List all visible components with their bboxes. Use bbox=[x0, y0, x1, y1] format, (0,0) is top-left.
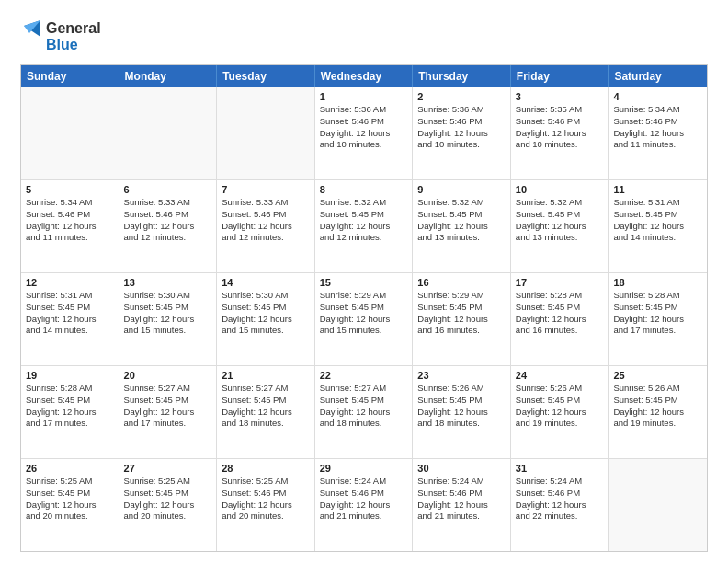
day-number: 18 bbox=[613, 277, 702, 288]
calendar-cell: 24Sunrise: 5:26 AM Sunset: 5:45 PM Dayli… bbox=[511, 366, 609, 458]
day-info: Sunrise: 5:36 AM Sunset: 5:46 PM Dayligh… bbox=[417, 104, 506, 151]
day-info: Sunrise: 5:26 AM Sunset: 5:45 PM Dayligh… bbox=[613, 383, 702, 430]
calendar-header-cell: Thursday bbox=[413, 65, 511, 87]
day-info: Sunrise: 5:25 AM Sunset: 5:45 PM Dayligh… bbox=[26, 476, 114, 523]
day-number: 3 bbox=[516, 91, 604, 102]
calendar-cell bbox=[119, 87, 218, 179]
day-number: 7 bbox=[222, 184, 310, 195]
day-info: Sunrise: 5:26 AM Sunset: 5:45 PM Dayligh… bbox=[516, 383, 604, 430]
day-info: Sunrise: 5:31 AM Sunset: 5:45 PM Dayligh… bbox=[613, 197, 702, 244]
day-info: Sunrise: 5:25 AM Sunset: 5:45 PM Dayligh… bbox=[124, 476, 212, 523]
day-info: Sunrise: 5:24 AM Sunset: 5:46 PM Dayligh… bbox=[417, 476, 506, 523]
day-number: 17 bbox=[516, 277, 604, 288]
day-info: Sunrise: 5:24 AM Sunset: 5:46 PM Dayligh… bbox=[516, 476, 604, 523]
day-info: Sunrise: 5:29 AM Sunset: 5:45 PM Dayligh… bbox=[320, 290, 408, 337]
day-info: Sunrise: 5:27 AM Sunset: 5:45 PM Dayligh… bbox=[320, 383, 408, 430]
calendar-header-cell: Tuesday bbox=[217, 65, 315, 87]
day-number: 12 bbox=[26, 277, 114, 288]
day-number: 25 bbox=[613, 370, 702, 381]
calendar-header-cell: Friday bbox=[511, 65, 609, 87]
day-number: 31 bbox=[516, 463, 604, 474]
calendar-cell bbox=[217, 87, 315, 179]
calendar-cell: 4Sunrise: 5:34 AM Sunset: 5:46 PM Daylig… bbox=[609, 87, 707, 179]
calendar-cell: 29Sunrise: 5:24 AM Sunset: 5:46 PM Dayli… bbox=[315, 459, 414, 551]
calendar-cell bbox=[21, 87, 119, 179]
calendar-cell: 22Sunrise: 5:27 AM Sunset: 5:45 PM Dayli… bbox=[315, 366, 414, 458]
calendar-cell: 17Sunrise: 5:28 AM Sunset: 5:45 PM Dayli… bbox=[511, 273, 609, 365]
day-number: 2 bbox=[417, 91, 506, 102]
calendar-cell: 5Sunrise: 5:34 AM Sunset: 5:46 PM Daylig… bbox=[21, 180, 119, 272]
day-info: Sunrise: 5:32 AM Sunset: 5:45 PM Dayligh… bbox=[516, 197, 604, 244]
calendar-cell: 15Sunrise: 5:29 AM Sunset: 5:45 PM Dayli… bbox=[315, 273, 414, 365]
day-info: Sunrise: 5:33 AM Sunset: 5:46 PM Dayligh… bbox=[222, 197, 310, 244]
day-number: 27 bbox=[124, 463, 212, 474]
day-info: Sunrise: 5:34 AM Sunset: 5:46 PM Dayligh… bbox=[26, 197, 114, 244]
day-number: 24 bbox=[516, 370, 604, 381]
calendar-cell: 7Sunrise: 5:33 AM Sunset: 5:46 PM Daylig… bbox=[217, 180, 315, 272]
svg-text:Blue: Blue bbox=[46, 37, 78, 52]
day-number: 20 bbox=[124, 370, 212, 381]
calendar-cell: 28Sunrise: 5:25 AM Sunset: 5:46 PM Dayli… bbox=[217, 459, 315, 551]
svg-text:General: General bbox=[46, 20, 101, 36]
day-number: 10 bbox=[516, 184, 604, 195]
day-info: Sunrise: 5:29 AM Sunset: 5:45 PM Dayligh… bbox=[417, 290, 506, 337]
calendar-header: SundayMondayTuesdayWednesdayThursdayFrid… bbox=[21, 65, 707, 87]
day-number: 4 bbox=[613, 91, 702, 102]
calendar-header-cell: Sunday bbox=[21, 65, 119, 87]
calendar-cell: 3Sunrise: 5:35 AM Sunset: 5:46 PM Daylig… bbox=[511, 87, 609, 179]
day-info: Sunrise: 5:30 AM Sunset: 5:45 PM Dayligh… bbox=[222, 290, 310, 337]
calendar-row: 5Sunrise: 5:34 AM Sunset: 5:46 PM Daylig… bbox=[21, 179, 707, 272]
day-number: 6 bbox=[124, 184, 212, 195]
calendar-cell: 14Sunrise: 5:30 AM Sunset: 5:45 PM Dayli… bbox=[217, 273, 315, 365]
calendar-row: 19Sunrise: 5:28 AM Sunset: 5:45 PM Dayli… bbox=[21, 365, 707, 458]
day-info: Sunrise: 5:28 AM Sunset: 5:45 PM Dayligh… bbox=[613, 290, 702, 337]
calendar-cell: 25Sunrise: 5:26 AM Sunset: 5:45 PM Dayli… bbox=[609, 366, 707, 458]
calendar: SundayMondayTuesdayWednesdayThursdayFrid… bbox=[20, 64, 708, 552]
calendar-cell: 26Sunrise: 5:25 AM Sunset: 5:45 PM Dayli… bbox=[21, 459, 119, 551]
calendar-cell: 8Sunrise: 5:32 AM Sunset: 5:45 PM Daylig… bbox=[315, 180, 414, 272]
header: GeneralBlue bbox=[20, 17, 708, 55]
day-info: Sunrise: 5:25 AM Sunset: 5:46 PM Dayligh… bbox=[222, 476, 310, 523]
calendar-header-cell: Monday bbox=[119, 65, 218, 87]
day-number: 29 bbox=[320, 463, 408, 474]
calendar-cell: 30Sunrise: 5:24 AM Sunset: 5:46 PM Dayli… bbox=[413, 459, 511, 551]
day-info: Sunrise: 5:33 AM Sunset: 5:46 PM Dayligh… bbox=[124, 197, 212, 244]
calendar-cell: 31Sunrise: 5:24 AM Sunset: 5:46 PM Dayli… bbox=[511, 459, 609, 551]
day-number: 9 bbox=[417, 184, 506, 195]
calendar-cell: 1Sunrise: 5:36 AM Sunset: 5:46 PM Daylig… bbox=[315, 87, 414, 179]
calendar-cell: 9Sunrise: 5:32 AM Sunset: 5:45 PM Daylig… bbox=[413, 180, 511, 272]
day-info: Sunrise: 5:27 AM Sunset: 5:45 PM Dayligh… bbox=[124, 383, 212, 430]
day-info: Sunrise: 5:27 AM Sunset: 5:45 PM Dayligh… bbox=[222, 383, 310, 430]
calendar-row: 26Sunrise: 5:25 AM Sunset: 5:45 PM Dayli… bbox=[21, 458, 707, 551]
day-number: 28 bbox=[222, 463, 310, 474]
page: GeneralBlue SundayMondayTuesdayWednesday… bbox=[0, 0, 728, 563]
calendar-cell: 6Sunrise: 5:33 AM Sunset: 5:46 PM Daylig… bbox=[119, 180, 218, 272]
day-number: 5 bbox=[26, 184, 114, 195]
day-number: 13 bbox=[124, 277, 212, 288]
calendar-cell bbox=[609, 459, 707, 551]
day-info: Sunrise: 5:32 AM Sunset: 5:45 PM Dayligh… bbox=[320, 197, 408, 244]
calendar-cell: 11Sunrise: 5:31 AM Sunset: 5:45 PM Dayli… bbox=[609, 180, 707, 272]
day-number: 21 bbox=[222, 370, 310, 381]
calendar-cell: 20Sunrise: 5:27 AM Sunset: 5:45 PM Dayli… bbox=[119, 366, 218, 458]
logo: GeneralBlue bbox=[20, 17, 103, 55]
day-number: 16 bbox=[417, 277, 506, 288]
calendar-cell: 16Sunrise: 5:29 AM Sunset: 5:45 PM Dayli… bbox=[413, 273, 511, 365]
day-number: 11 bbox=[613, 184, 702, 195]
general-blue-logo-icon: GeneralBlue bbox=[20, 17, 103, 55]
calendar-row: 12Sunrise: 5:31 AM Sunset: 5:45 PM Dayli… bbox=[21, 272, 707, 365]
calendar-body: 1Sunrise: 5:36 AM Sunset: 5:46 PM Daylig… bbox=[21, 87, 707, 551]
day-info: Sunrise: 5:35 AM Sunset: 5:46 PM Dayligh… bbox=[516, 104, 604, 151]
day-info: Sunrise: 5:34 AM Sunset: 5:46 PM Dayligh… bbox=[613, 104, 702, 151]
calendar-cell: 12Sunrise: 5:31 AM Sunset: 5:45 PM Dayli… bbox=[21, 273, 119, 365]
calendar-cell: 13Sunrise: 5:30 AM Sunset: 5:45 PM Dayli… bbox=[119, 273, 218, 365]
calendar-cell: 18Sunrise: 5:28 AM Sunset: 5:45 PM Dayli… bbox=[609, 273, 707, 365]
day-info: Sunrise: 5:32 AM Sunset: 5:45 PM Dayligh… bbox=[417, 197, 506, 244]
day-number: 8 bbox=[320, 184, 408, 195]
day-number: 14 bbox=[222, 277, 310, 288]
calendar-cell: 21Sunrise: 5:27 AM Sunset: 5:45 PM Dayli… bbox=[217, 366, 315, 458]
calendar-cell: 23Sunrise: 5:26 AM Sunset: 5:45 PM Dayli… bbox=[413, 366, 511, 458]
day-number: 15 bbox=[320, 277, 408, 288]
calendar-cell: 10Sunrise: 5:32 AM Sunset: 5:45 PM Dayli… bbox=[511, 180, 609, 272]
day-number: 26 bbox=[26, 463, 114, 474]
